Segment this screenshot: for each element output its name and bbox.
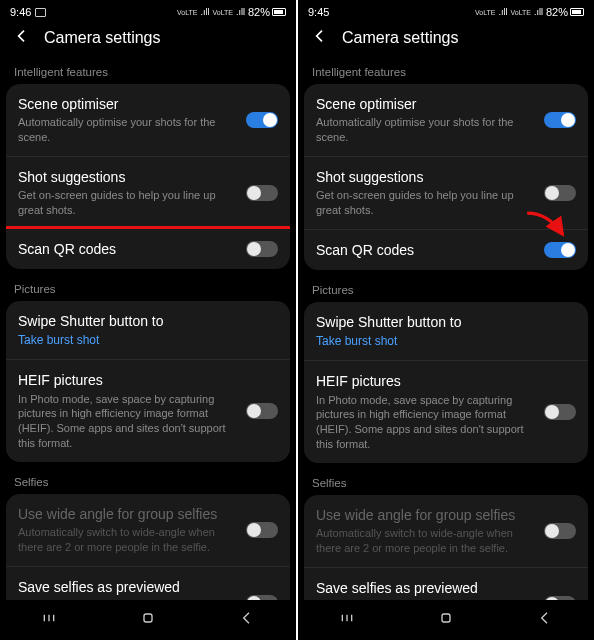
back-nav-button[interactable] [537,610,553,630]
section-intelligent: Intelligent features [6,62,290,84]
toggle-heif[interactable] [246,403,278,419]
row-wide-angle[interactable]: Use wide angle for group selfies Automat… [6,494,290,566]
status-bar: 9:45 VoLTE .ıll VoLTE .ıll 82% [298,0,594,20]
toggle-scan-qr[interactable] [544,242,576,258]
label-heif: HEIF pictures [18,371,236,389]
label-scan-qr: Scan QR codes [18,240,236,258]
row-swipe-shutter[interactable]: Swipe Shutter button to Take burst shot [6,301,290,359]
sub-scene-optimiser: Automatically optimise your shots for th… [316,115,534,145]
section-pictures: Pictures [304,280,588,302]
signal-volte-1: VoLTE [475,9,496,16]
nav-bar [298,600,594,640]
label-shot-suggestions: Shot suggestions [18,168,236,186]
nav-bar [0,600,296,640]
header: Camera settings [298,20,594,62]
signal-volte-1: VoLTE [177,9,198,16]
toggle-save-selfies[interactable] [544,596,576,600]
battery: 82% [546,6,584,18]
back-button[interactable] [14,28,30,48]
card-selfies: Use wide angle for group selfies Automat… [6,494,290,600]
label-heif: HEIF pictures [316,372,534,390]
section-intelligent: Intelligent features [304,62,588,84]
annotation-arrow-icon [524,208,572,244]
battery-icon [272,8,286,16]
svg-rect-1 [442,614,450,622]
back-nav-button[interactable] [239,610,255,630]
row-wide-angle[interactable]: Use wide angle for group selfies Automat… [304,495,588,567]
toggle-wide-angle[interactable] [246,522,278,538]
card-pictures: Swipe Shutter button to Take burst shot … [6,301,290,462]
recent-apps-button[interactable] [41,610,57,630]
row-heif[interactable]: HEIF pictures In Photo mode, save space … [304,360,588,463]
svg-rect-0 [144,614,152,622]
toggle-shot-suggestions[interactable] [246,185,278,201]
header: Camera settings [0,20,296,62]
label-save-selfies: Save selfies as previewed [18,578,236,596]
signal-bars-1: .ıll [200,7,209,17]
clock: 9:45 [308,6,329,18]
toggle-wide-angle[interactable] [544,523,576,539]
sub-scene-optimiser: Automatically optimise your shots for th… [18,115,236,145]
label-swipe-shutter: Swipe Shutter button to [18,312,278,330]
row-scene-optimiser[interactable]: Scene optimiser Automatically optimise y… [304,84,588,156]
sub-heif: In Photo mode, save space by capturing p… [18,392,236,451]
label-scene-optimiser: Scene optimiser [18,95,236,113]
picture-notification-icon [35,8,46,17]
toggle-scene-optimiser[interactable] [544,112,576,128]
sub-shot-suggestions: Get on-screen guides to help you line up… [316,188,534,218]
status-bar: 9:46 VoLTE .ıll VoLTE .ıll 82% [0,0,296,20]
section-pictures: Pictures [6,279,290,301]
row-save-selfies[interactable]: Save selfies as previewed Save selfies a… [304,567,588,600]
toggle-save-selfies[interactable] [246,595,278,600]
toggle-scan-qr[interactable] [246,241,278,257]
label-save-selfies: Save selfies as previewed [316,579,534,597]
back-button[interactable] [312,28,328,48]
page-title: Camera settings [342,29,459,47]
recent-apps-button[interactable] [339,610,355,630]
row-scan-qr[interactable]: Scan QR codes [6,229,290,269]
signal-bars-1: .ıll [498,7,507,17]
card-intelligent: Scene optimiser Automatically optimise y… [6,84,290,269]
card-selfies: Use wide angle for group selfies Automat… [304,495,588,600]
clock: 9:46 [10,6,31,18]
label-wide-angle: Use wide angle for group selfies [316,506,534,524]
sub-wide-angle: Automatically switch to wide-angle when … [18,525,236,555]
toggle-heif[interactable] [544,404,576,420]
row-shot-suggestions[interactable]: Shot suggestions Get on-screen guides to… [6,156,290,229]
label-scene-optimiser: Scene optimiser [316,95,534,113]
signal-volte-2: VoLTE [212,9,233,16]
sub-shot-suggestions: Get on-screen guides to help you line up… [18,188,236,218]
row-swipe-shutter[interactable]: Swipe Shutter button to Take burst shot [304,302,588,360]
row-scan-qr[interactable]: Scan QR codes [304,229,588,270]
phone-right: 9:45 VoLTE .ıll VoLTE .ıll 82% Camera se… [298,0,594,640]
settings-scroll[interactable]: Intelligent features Scene optimiser Aut… [298,62,594,600]
section-selfies: Selfies [6,472,290,494]
home-button[interactable] [140,610,156,630]
label-scan-qr: Scan QR codes [316,241,534,259]
phone-left: 9:46 VoLTE .ıll VoLTE .ıll 82% Camera se… [0,0,296,640]
label-wide-angle: Use wide angle for group selfies [18,505,236,523]
card-intelligent: Scene optimiser Automatically optimise y… [304,84,588,270]
card-pictures: Swipe Shutter button to Take burst shot … [304,302,588,463]
highlight-scan-qr: Scan QR codes [6,226,290,269]
sub-wide-angle: Automatically switch to wide-angle when … [316,526,534,556]
signal-bars-2: .ıll [236,7,245,17]
signal-volte-2: VoLTE [510,9,531,16]
row-scene-optimiser[interactable]: Scene optimiser Automatically optimise y… [6,84,290,156]
home-button[interactable] [438,610,454,630]
row-save-selfies[interactable]: Save selfies as previewed Save selfies a… [6,566,290,600]
row-heif[interactable]: HEIF pictures In Photo mode, save space … [6,359,290,462]
sub-swipe-shutter: Take burst shot [18,332,278,348]
page-title: Camera settings [44,29,161,47]
label-shot-suggestions: Shot suggestions [316,168,534,186]
toggle-shot-suggestions[interactable] [544,185,576,201]
battery-icon [570,8,584,16]
toggle-scene-optimiser[interactable] [246,112,278,128]
section-selfies: Selfies [304,473,588,495]
sub-heif: In Photo mode, save space by capturing p… [316,393,534,452]
signal-bars-2: .ıll [534,7,543,17]
label-swipe-shutter: Swipe Shutter button to [316,313,576,331]
settings-scroll[interactable]: Intelligent features Scene optimiser Aut… [0,62,296,600]
battery: 82% [248,6,286,18]
sub-swipe-shutter: Take burst shot [316,333,576,349]
